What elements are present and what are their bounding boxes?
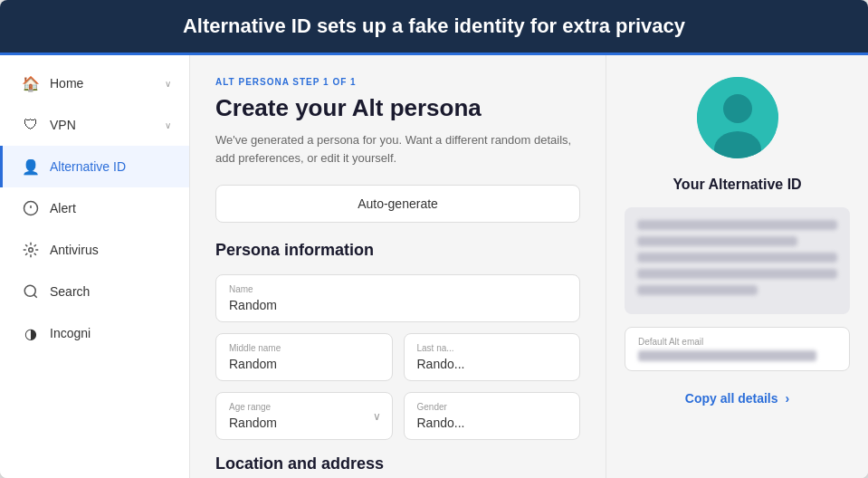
sidebar-item-antivirus[interactable]: Antivirus bbox=[0, 229, 189, 271]
sidebar-item-vpn-label: VPN bbox=[50, 118, 165, 132]
last-name-field[interactable]: Last na... Rando... bbox=[404, 333, 581, 381]
alert-icon bbox=[21, 198, 41, 218]
svg-point-2 bbox=[24, 285, 35, 296]
app-wrapper: Alternative ID sets up a fake identity f… bbox=[0, 0, 868, 478]
name-label: Name bbox=[229, 284, 567, 294]
sidebar-item-alert[interactable]: Alert bbox=[0, 187, 189, 229]
last-name-value: Rando... bbox=[417, 357, 568, 371]
gender-field[interactable]: Gender Rando... bbox=[404, 392, 581, 440]
middle-last-name-row: Middle name Random Last na... Rando... bbox=[215, 333, 580, 381]
default-alt-email-value bbox=[638, 350, 816, 361]
middle-panel: ALT PERSONA STEP 1 OF 1 Create your Alt … bbox=[190, 55, 606, 478]
sidebar-item-home-label: Home bbox=[50, 76, 165, 91]
avatar-svg bbox=[697, 77, 778, 158]
gender-value: Rando... bbox=[417, 416, 568, 430]
sidebar-item-antivirus-label: Antivirus bbox=[50, 243, 171, 257]
home-icon: 🏠 bbox=[21, 73, 41, 93]
sidebar-item-search[interactable]: Search bbox=[0, 271, 189, 312]
middle-name-value: Random bbox=[229, 357, 379, 371]
blurred-info-line-1 bbox=[637, 220, 837, 230]
chevron-down-icon: ∨ bbox=[373, 410, 381, 423]
right-panel: Your Alternative ID Default Alt email Co… bbox=[606, 55, 868, 478]
age-gender-row: Age range Random ∨ Gender Rando... bbox=[215, 392, 580, 440]
copy-all-details-label: Copy all details bbox=[685, 391, 778, 406]
copy-all-details-button[interactable]: Copy all details › bbox=[671, 384, 804, 413]
page-title: Create your Alt persona bbox=[215, 94, 580, 122]
blurred-info-line-4 bbox=[637, 269, 837, 279]
sidebar-item-alert-label: Alert bbox=[50, 201, 171, 215]
top-banner: Alternative ID sets up a fake identity f… bbox=[0, 0, 868, 55]
name-row: Name Random bbox=[215, 274, 580, 322]
incogni-icon: ◑ bbox=[21, 323, 41, 343]
sidebar: 🏠 Home ∨ 🛡 VPN ∨ 👤 Alternative ID bbox=[0, 55, 190, 478]
step-label: ALT PERSONA STEP 1 OF 1 bbox=[215, 77, 580, 87]
page-description: We've generated a persona for you. Want … bbox=[215, 131, 580, 167]
sidebar-item-alternative-id[interactable]: 👤 Alternative ID bbox=[0, 146, 189, 187]
blurred-info-line-5 bbox=[637, 285, 758, 295]
vpn-icon: 🛡 bbox=[21, 115, 41, 135]
sidebar-item-incogni[interactable]: ◑ Incogni bbox=[0, 312, 189, 354]
auto-generate-button[interactable]: Auto-generate bbox=[215, 185, 580, 223]
middle-name-field[interactable]: Middle name Random bbox=[215, 333, 393, 381]
sidebar-item-search-label: Search bbox=[50, 284, 171, 299]
avatar bbox=[697, 77, 778, 158]
blurred-info-line-2 bbox=[637, 236, 797, 246]
name-value: Random bbox=[229, 298, 567, 312]
search-icon bbox=[21, 282, 41, 301]
age-range-label: Age range bbox=[229, 402, 379, 412]
sidebar-item-vpn[interactable]: 🛡 VPN ∨ bbox=[0, 104, 189, 146]
svg-point-4 bbox=[723, 94, 752, 123]
name-field[interactable]: Name Random bbox=[215, 274, 580, 322]
sidebar-item-home[interactable]: 🏠 Home ∨ bbox=[0, 62, 189, 104]
sidebar-item-incogni-label: Incogni bbox=[50, 326, 171, 340]
svg-point-1 bbox=[29, 248, 33, 253]
age-range-value: Random bbox=[229, 416, 379, 430]
chevron-right-icon: › bbox=[786, 391, 790, 406]
gender-label: Gender bbox=[417, 402, 568, 412]
user-icon: 👤 bbox=[21, 157, 41, 177]
info-card bbox=[625, 207, 850, 314]
auto-generate-label: Auto-generate bbox=[358, 196, 438, 211]
main-content: 🏠 Home ∨ 🛡 VPN ∨ 👤 Alternative ID bbox=[0, 55, 868, 478]
antivirus-icon bbox=[21, 240, 41, 260]
sidebar-item-alternative-id-label: Alternative ID bbox=[50, 159, 171, 174]
last-name-label: Last na... bbox=[417, 343, 568, 353]
banner-text: Alternative ID sets up a fake identity f… bbox=[183, 14, 685, 37]
default-alt-email-label: Default Alt email bbox=[638, 337, 836, 347]
chevron-down-icon: ∨ bbox=[165, 120, 171, 130]
persona-section-title: Persona information bbox=[215, 241, 580, 260]
location-section-title: Location and address bbox=[215, 454, 580, 473]
default-alt-email-container: Default Alt email bbox=[625, 327, 850, 371]
alt-id-title: Your Alternative ID bbox=[672, 177, 801, 193]
age-range-field[interactable]: Age range Random ∨ bbox=[215, 392, 393, 440]
blurred-info-line-3 bbox=[637, 253, 837, 263]
chevron-down-icon: ∨ bbox=[165, 79, 171, 89]
middle-name-label: Middle name bbox=[229, 343, 379, 353]
